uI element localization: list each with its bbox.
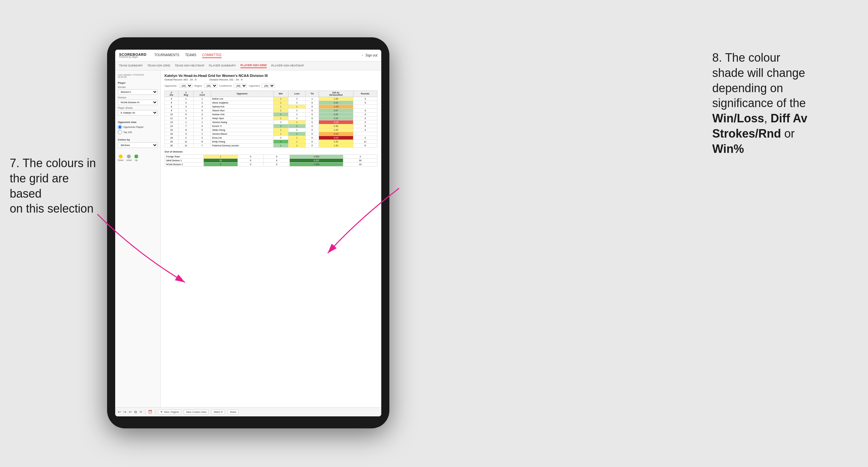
- cell-reg: 2: [179, 101, 194, 104]
- division-select[interactable]: NCAA Division III: [118, 100, 158, 105]
- nav-teams[interactable]: TEAMS: [185, 53, 196, 58]
- table-row: 16 3 1 Jessica Mason 1 2 0 -0.94: [165, 132, 377, 136]
- redo2-icon[interactable]: ↩: [129, 410, 132, 414]
- sign-out-link[interactable]: Sign out: [365, 53, 377, 58]
- cell-tie: 0: [306, 116, 319, 120]
- col-diff: Diff AvStrokes/Rnd: [319, 91, 353, 97]
- opponent-view-radios: Opponents Played Top 100: [118, 125, 158, 134]
- colour-by-select[interactable]: Win/loss: [118, 143, 158, 148]
- sub-nav-player-summary[interactable]: PLAYER SUMMARY: [209, 63, 236, 68]
- cell-tie: 1: [306, 97, 319, 101]
- grid-records: Overall Record: 353 - 34 - 6 Division Re…: [164, 78, 377, 81]
- cell-win: 1: [273, 116, 288, 120]
- ood-cell-rounds: 10: [343, 162, 377, 166]
- cell-rounds: 6: [353, 144, 377, 147]
- cell-rounds: 2: [353, 136, 377, 139]
- ood-cell-diff: 7.400: [290, 162, 343, 166]
- ood-table-row: Foreign Team 1 0 0 4.500 2: [165, 154, 377, 158]
- filter-opponent-select[interactable]: (All): [261, 84, 275, 88]
- radio-opponents-played[interactable]: Opponents Played: [118, 125, 158, 129]
- cell-win: 2: [273, 124, 288, 128]
- cell-loss: 0: [288, 112, 306, 116]
- cell-rounds: 2: [353, 120, 377, 124]
- ood-cell-tie: 0: [264, 158, 289, 162]
- filter-opponents-label: Opponents:: [164, 84, 177, 87]
- filter-region-select[interactable]: (All): [204, 84, 217, 88]
- cell-reg: 3: [179, 132, 194, 136]
- cell-div: 9: [165, 108, 179, 112]
- cell-diff: -0.94: [319, 132, 353, 136]
- cell-tie: 0: [306, 101, 319, 104]
- cell-diff: 4.00: [319, 112, 353, 116]
- division-record: Division Record: 331 - 34 - 6: [210, 78, 242, 81]
- ood-cell-rounds: 30: [343, 158, 377, 162]
- eye-icon: 👁: [160, 410, 163, 413]
- ood-cell-win: 1: [204, 154, 238, 158]
- sub-nav-player-h2h-grid[interactable]: PLAYER H2H GRID: [241, 63, 267, 68]
- tablet-device: SCOREBOARD Powered by clippd TOURNAMENTS…: [107, 37, 390, 428]
- filter-conference-select[interactable]: (All): [234, 84, 247, 88]
- sub-nav-team-h2h-grid[interactable]: TEAM H2H GRID: [147, 63, 170, 68]
- table-row: 18 2 2 Euna Lee 0 1 0 -5.00 2: [165, 136, 377, 139]
- colour-legend: Down Level Up: [118, 154, 158, 161]
- cell-rounds: 4: [353, 97, 377, 101]
- table-row: 13 1 1 Jessica Huang 0 1 0 -3.00 2: [165, 120, 377, 124]
- cell-diff: 1.25: [319, 128, 353, 132]
- cell-win: 2: [273, 144, 288, 147]
- cell-tie: 0: [306, 128, 319, 132]
- player-rank-select[interactable]: 8. Katelyn Vo: [118, 110, 158, 116]
- sub-nav-team-h2h-heatmap[interactable]: TEAM H2H HEATMAP: [175, 63, 205, 68]
- radio-top100[interactable]: Top 100: [118, 130, 158, 134]
- annotation-left: 7. The colours in the grid are based on …: [10, 156, 101, 216]
- cell-div: 16: [165, 132, 179, 136]
- redo-icon[interactable]: ↪: [123, 410, 126, 414]
- ood-cell-opponent: NAIA Division 1: [165, 158, 204, 162]
- ood-cell-opponent: Foreign Team: [165, 154, 204, 158]
- cell-loss: 0: [288, 101, 306, 104]
- cell-opponent: Stella Cheng: [211, 128, 273, 132]
- nav-committee[interactable]: COMMITTEE: [202, 53, 222, 58]
- cell-opponent: Jessica Mason: [211, 132, 273, 136]
- sub-nav-player-h2h-heatmap[interactable]: PLAYER H2H HEATMAP: [271, 63, 304, 68]
- clock-icon[interactable]: ⏰: [148, 410, 153, 414]
- nav-tournaments[interactable]: TOURNAMENTS: [154, 53, 179, 58]
- cell-loss: 1: [288, 136, 306, 139]
- view-original-btn[interactable]: 👁 View: Original: [158, 410, 181, 414]
- player-rank-label: Player (Rank): [118, 106, 158, 110]
- gender-select[interactable]: Women's: [118, 89, 158, 95]
- nav-separator: ›: [362, 54, 363, 57]
- cell-diff: -1.00: [319, 104, 353, 108]
- annotation-right: 8. The colour shade will change dependin…: [712, 50, 858, 157]
- paste-icon[interactable]: ✂: [140, 410, 143, 414]
- cell-win: 1: [273, 97, 288, 101]
- watch-btn[interactable]: Watch ▾: [211, 410, 225, 414]
- share-btn[interactable]: Share: [227, 410, 239, 414]
- table-row: 5 2 2 Alexis Sudjianto 1 0 0 4.00 3: [165, 101, 377, 104]
- filter-opponents-select[interactable]: (All): [179, 84, 192, 88]
- cell-conf: 6: [194, 139, 211, 144]
- cell-conf: 5: [194, 128, 211, 132]
- cell-rounds: 4: [353, 112, 377, 116]
- sub-nav-team-summary[interactable]: TEAM SUMMARY: [119, 63, 143, 68]
- ood-cell-loss: 0: [238, 154, 264, 158]
- cell-win: 1: [273, 132, 288, 136]
- cell-diff: 0.30: [319, 139, 353, 144]
- legend-dot-level: [127, 154, 131, 158]
- undo-icon[interactable]: ↩: [118, 410, 121, 414]
- cell-loss: 0: [288, 116, 306, 120]
- save-custom-btn[interactable]: Save Custom View: [184, 410, 209, 414]
- table-row: 20 11 7 Federica Domecq Lacroze 2 1 0 1.…: [165, 144, 377, 147]
- ood-cell-win: 5: [204, 162, 238, 166]
- cell-win: 4: [273, 139, 288, 144]
- cell-opponent: Jessica Huang: [211, 120, 273, 124]
- copy-icon[interactable]: ⧉: [134, 410, 137, 414]
- cell-div: 20: [165, 139, 179, 144]
- cell-tie: 0: [306, 120, 319, 124]
- cell-reg: 3: [179, 104, 194, 108]
- cell-div: 5: [165, 101, 179, 104]
- cell-diff: 0.38: [319, 124, 353, 128]
- cell-loss: 2: [288, 124, 306, 128]
- cell-tie: 0: [306, 124, 319, 128]
- table-header-row: #Div #Reg #Conf Opponent Win Loss Tie Di…: [165, 91, 377, 97]
- cell-opponent: Heejo Hyun: [211, 116, 273, 120]
